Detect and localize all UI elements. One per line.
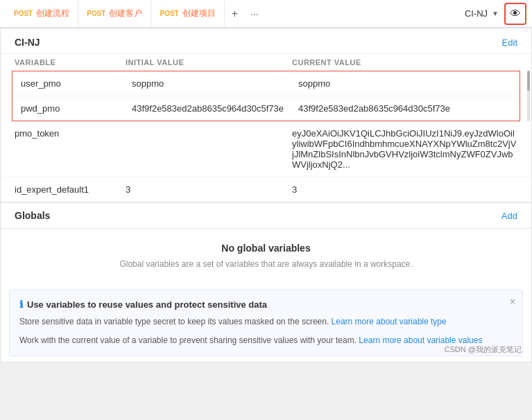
add-global-button[interactable]: Add [501, 211, 517, 221]
var-current-id-expert: 3 [292, 184, 517, 195]
tab-method-1: POST [14, 10, 33, 17]
env-selector[interactable]: CI-NJ ▼ [459, 8, 504, 19]
watermark: CSDN @我的派克笔记 [445, 344, 522, 355]
no-globals-title: No global variables [15, 243, 517, 254]
variables-panel: CI-NJ Edit VARIABLE INITIAL VALUE CURREN… [0, 28, 532, 362]
highlighted-variables: user_pmo soppmo soppmo pwd_pmo 43f9f2e58… [12, 71, 520, 121]
panel-header: CI-NJ Edit [1, 28, 531, 54]
env-eye-button[interactable]: 👁 [504, 3, 526, 25]
close-info-button[interactable]: × [510, 296, 515, 307]
var-name-id-expert: id_expert_default1 [15, 184, 126, 195]
info-line1-text: Store sensitive data in variable type se… [19, 317, 329, 326]
info-title-text: Use variables to reuse values and protec… [27, 299, 267, 310]
tab-label-2: 创建客户 [109, 8, 142, 19]
tab-label-1: 创建流程 [36, 8, 69, 19]
info-line2-text: Work with the current value of a variabl… [19, 335, 357, 345]
table-header: VARIABLE INITIAL VALUE CURRENT VALUE [1, 54, 531, 71]
var-name-1: user_pmo [21, 78, 132, 89]
tab-create-project[interactable]: POST 创建项目 [151, 0, 224, 27]
tab-label-3: 创建项目 [182, 8, 216, 19]
add-tab-button[interactable]: + [225, 8, 245, 20]
tab-create-flow[interactable]: POST 创建流程 [6, 0, 78, 27]
var-name-pmo-token: pmo_token [15, 128, 126, 139]
header-variable: VARIABLE [15, 58, 126, 67]
info-icon: ℹ [19, 299, 23, 310]
globals-label: Globals [15, 210, 50, 221]
table-row: pmo_token eyJ0eXAiOiJKV1QiLCJhbGciOiJIUz… [1, 121, 531, 177]
var-initial-id-expert: 3 [126, 184, 292, 195]
tab-bar: POST 创建流程 POST 创建客户 POST 创建项目 + ··· CI-N… [0, 0, 532, 28]
info-line-2: Work with the current value of a variabl… [19, 334, 513, 347]
no-globals-section: No global variables Global variables are… [1, 229, 531, 284]
tab-method-3: POST [160, 10, 178, 17]
var-current-pmo-token: eyJ0eXAiOiJKV1QiLCJhbGciOiJIUzI1NiJ9.eyJ… [292, 128, 517, 170]
env-name: CI-NJ [465, 8, 488, 19]
globals-header: Globals Add [1, 202, 531, 229]
scrollbar-thumb[interactable] [527, 71, 530, 91]
panel-title: CI-NJ [15, 37, 40, 48]
tab-method-2: POST [87, 10, 105, 17]
var-initial-2: 43f9f2e583ed2ab8635c964d30c5f73e [132, 103, 298, 114]
table-row: id_expert_default1 3 3 [1, 177, 531, 202]
info-box-title: ℹ Use variables to reuse values and prot… [19, 299, 513, 310]
header-initial-value: INITIAL VALUE [126, 58, 292, 67]
learn-more-variable-type-link[interactable]: Learn more about variable type [332, 317, 447, 326]
var-initial-1: soppmo [132, 78, 298, 89]
table-row: pwd_pmo 43f9f2e583ed2ab8635c964d30c5f73e… [12, 96, 520, 121]
table-row: user_pmo soppmo soppmo [12, 71, 520, 96]
var-name-2: pwd_pmo [21, 103, 132, 114]
header-current-value: CURRENT VALUE [292, 58, 517, 67]
info-line-1: Store sensitive data in variable type se… [19, 315, 513, 329]
var-current-2: 43f9f2e583ed2ab8635c964d30c5f73e [298, 103, 511, 114]
edit-button[interactable]: Edit [502, 37, 517, 48]
learn-more-variable-values-link[interactable]: Learn more about variable values [359, 335, 482, 345]
tab-create-customer[interactable]: POST 创建客户 [78, 0, 151, 27]
var-current-1: soppmo [298, 78, 511, 89]
no-globals-description: Global variables are a set of variables … [15, 258, 517, 270]
more-tabs-button[interactable]: ··· [245, 8, 264, 19]
eye-icon: 👁 [510, 8, 521, 20]
env-dropdown-icon[interactable]: ▼ [492, 10, 499, 17]
scrollbar[interactable] [527, 71, 530, 121]
